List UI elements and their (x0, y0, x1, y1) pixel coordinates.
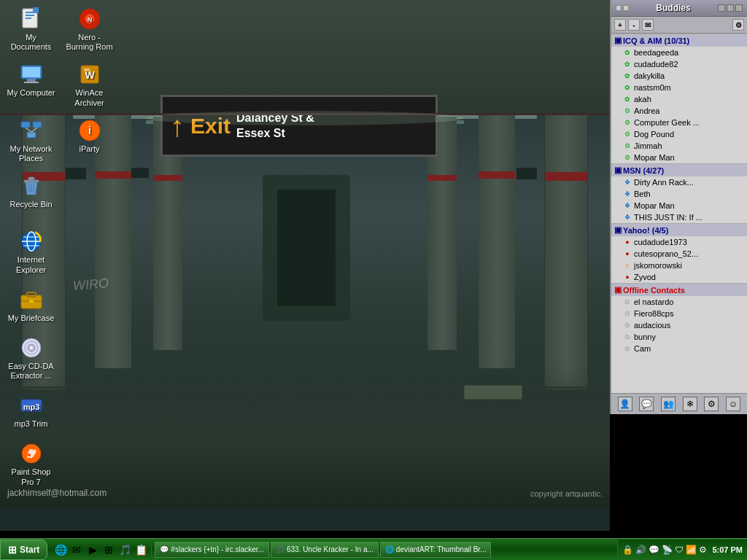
mp3trim-icon: mp3 (20, 394, 43, 417)
group-icq-aim[interactable]: ▣ ICQ & AIM (10/31) (611, 34, 747, 47)
buddy-cudadude82[interactable]: ✿ cudadude82 (611, 58, 747, 70)
icon-paintshop[interactable]: Paint Shop Pro 7 (4, 438, 58, 490)
group-offline[interactable]: ▣ Offline Contacts (611, 283, 747, 296)
pillar-right-1 (544, 113, 588, 390)
buddy-zyvod[interactable]: ● Zyvod (611, 271, 747, 283)
group-yahoo-label: Yahoo! (4/5) (623, 226, 668, 235)
paintshop-icon (20, 442, 43, 465)
footer-btn-settings[interactable]: ⚙ (704, 397, 719, 411)
icon-easy-cdda[interactable]: Easy CD-DA Extractor ... (4, 332, 58, 384)
footer-btn-profile[interactable]: 👤 (618, 397, 632, 411)
buddy-dog-pound[interactable]: ⚙ Dog Pound (611, 128, 747, 140)
tray-icon-4[interactable]: 📡 (662, 545, 673, 555)
buddy-status-icon-5: ✿ (623, 95, 632, 104)
icon-iparty[interactable]: i iParty (62, 115, 117, 167)
buddy-cutesoprano[interactable]: ● cutesoprano_52... (611, 248, 747, 260)
exit-sign: ↑ Exit Dalancey St &Essex St (160, 95, 438, 157)
taskbar-window-music[interactable]: 🎵 633. Uncle Kracker - In a... (271, 542, 379, 558)
icon-my-documents[interactable]: My Documents (4, 4, 58, 55)
icon-my-network[interactable]: My Network Places (4, 115, 58, 167)
group-offline-label: Offline Contacts (623, 286, 685, 295)
buddy-fiero88cps[interactable]: ⊙ Fiero88cps (611, 308, 747, 319)
icon-label-nero: Nero - Burning Rom (64, 33, 115, 52)
header-btn-3[interactable] (735, 4, 743, 12)
buddy-beedageeda[interactable]: ✿ beedageeda (611, 47, 747, 58)
tray-icon-7[interactable]: ⚙ (699, 545, 707, 555)
tray-icon-6[interactable]: 📶 (686, 545, 697, 555)
group-yahoo[interactable]: ▣ Yahoo! (4/5) (611, 223, 747, 236)
buddy-beth[interactable]: ❖ Beth (611, 188, 747, 200)
footer-btn-chat[interactable]: 💬 (639, 397, 654, 411)
email-buddy-btn[interactable]: ✉ (642, 19, 654, 31)
taskbar-window-deviantart[interactable]: 🌐 deviantART: Thumbnail Br... (380, 542, 492, 558)
tunnel-inner (277, 190, 336, 306)
svg-point-38 (30, 346, 33, 349)
buddy-nastsm0m[interactable]: ✿ nastsm0m (611, 82, 747, 93)
icon-mp3trim[interactable]: mp3 mp3 Trim (4, 390, 58, 432)
buddy-name-9: Jimmah (634, 141, 662, 150)
buddy-mopar-man-msn[interactable]: ❖ Mopar Man (611, 200, 747, 211)
buddy-computer-geek[interactable]: ⚙ Computer Geek ... (611, 117, 747, 128)
buddy-dakykilla[interactable]: ✿ dakykilla (611, 70, 747, 82)
icon-winace[interactable]: W WinAce Archiver (62, 59, 117, 111)
tray-icon-1[interactable]: 🔒 (622, 545, 633, 555)
buddy-bunny[interactable]: ⊙ bunny (611, 331, 747, 343)
icon-briefcase[interactable]: My Briefcase (4, 284, 58, 327)
buddy-audacious[interactable]: ⊙ audacious (611, 319, 747, 331)
icon-internet-explorer[interactable]: Internet Explorer (4, 226, 58, 278)
buddy-jimmah[interactable]: ⚙ Jimmah (611, 140, 747, 152)
offline-status-2: ⊙ (623, 309, 632, 318)
svg-rect-9 (23, 67, 40, 77)
ql-media-icon[interactable]: ▶ (85, 542, 100, 557)
icon-label-network: My Network Places (6, 144, 56, 163)
taskbar-window-slackers[interactable]: 💬 #slackers {+tn} - irc.slacker... (155, 542, 269, 558)
buddy-cudadude1973[interactable]: ● cudadude1973 (611, 236, 747, 248)
buddy-status-icon-3: ✿ (623, 71, 632, 80)
tray-icon-2[interactable]: 🔊 (635, 545, 646, 555)
buddy-list-scroll[interactable]: ▣ ICQ & AIM (10/31) ✿ beedageeda ✿ cudad… (611, 34, 747, 393)
icon-my-computer[interactable]: My Computer (4, 59, 58, 111)
header-btn-1[interactable] (718, 4, 725, 12)
buddy-status-icon-10: ⚙ (623, 153, 632, 162)
icon-label-iparty: iParty (79, 144, 99, 154)
footer-btn-away[interactable]: ❄ (683, 397, 697, 411)
buddy-this-just-in[interactable]: ❖ THIS JUST IN: If ... (611, 211, 747, 223)
icon-label-mp3trim: mp3 Trim (15, 419, 48, 429)
iparty-icon: i (78, 119, 101, 142)
icon-label-my-documents: My Documents (6, 33, 56, 52)
remove-buddy-btn[interactable]: - (628, 19, 640, 31)
group-msn[interactable]: ▣ MSN (4/27) (611, 163, 747, 176)
buddy-andrea[interactable]: ⚙ Andrea (611, 105, 747, 117)
buddy-panel: Buddies + - ✉ ⚙ ▣ ICQ & AIM (10/31) ✿ be… (610, 0, 747, 414)
add-buddy-btn[interactable]: + (614, 19, 626, 31)
buddy-el-nastardo[interactable]: ⊙ el nastardo (611, 296, 747, 308)
buddy-name-off-2: Fiero88cps (634, 309, 673, 318)
ql-extra-icon[interactable]: ⊞ (101, 542, 116, 557)
buddy-cam[interactable]: ⊙ Cam (611, 343, 747, 354)
buddy-mopar-man-icq[interactable]: ⚙ Mopar Man (611, 152, 747, 163)
ql-extra3-icon[interactable]: 📋 (133, 542, 148, 557)
header-btn-2[interactable] (727, 4, 734, 12)
settings-buddy-btn[interactable]: ⚙ (732, 19, 744, 31)
buddy-name-yahoo-4: Zyvod (634, 273, 656, 281)
svg-rect-2 (26, 15, 34, 16)
tray-icon-3[interactable]: 💬 (649, 545, 659, 555)
start-button[interactable]: ⊞ Start (0, 540, 47, 560)
icon-recycle-bin[interactable]: Recycle Bin (4, 171, 58, 213)
footer-btn-extra[interactable]: ☺ (726, 397, 740, 411)
buddy-akah[interactable]: ✿ akah (611, 93, 747, 105)
ql-extra2-icon[interactable]: 🎵 (117, 542, 132, 557)
ql-email-icon[interactable]: ✉ (69, 542, 84, 557)
footer-btn-group[interactable]: 👥 (661, 397, 676, 411)
msn-status-2: ❖ (623, 190, 632, 198)
buddy-name-off-5: Cam (634, 344, 651, 353)
svg-rect-4 (33, 7, 39, 13)
buddy-name-8: Dog Pound (634, 130, 674, 139)
desktop-icons: My Documents N Nero - Burning Rom (4, 4, 117, 491)
tray-icon-5[interactable]: 🛡 (675, 545, 684, 555)
buddy-jskomorowski[interactable]: ○ jskomorowski (611, 260, 747, 271)
ql-ie-icon[interactable]: 🌐 (53, 542, 68, 557)
buddy-dirty-ann[interactable]: ❖ Dirty Ann Rack... (611, 176, 747, 188)
icon-nero[interactable]: N Nero - Burning Rom (62, 4, 117, 55)
svg-rect-17 (27, 132, 36, 138)
